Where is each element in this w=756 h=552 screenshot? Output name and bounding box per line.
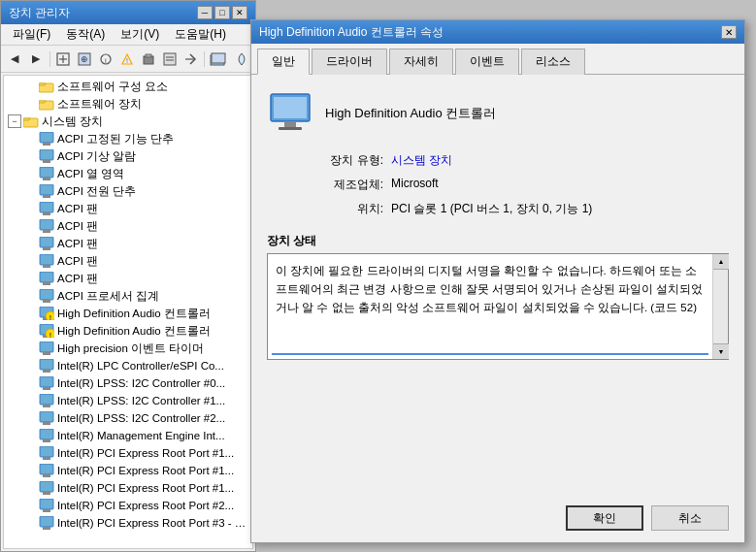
tab-resources[interactable]: 리소스	[521, 49, 585, 75]
scroll-track	[713, 270, 728, 343]
expand-icon[interactable]: −	[8, 114, 21, 128]
tree-item-acpi-power[interactable]: ACPI 전원 단추	[4, 182, 252, 200]
tree-item-intel-lpss-3[interactable]: Intel(R) LPSS: I2C Controller #2...	[4, 409, 252, 427]
tree-label: Intel(R) LPSS: I2C Controller #2...	[57, 412, 225, 424]
toolbar-back[interactable]: ◀	[5, 49, 24, 70]
tree-item-software-devices[interactable]: 소프트웨어 장치	[4, 95, 252, 113]
tree-item-acpi-processor[interactable]: ACPI 프로세서 집계	[4, 287, 252, 305]
toolbar-btn-8[interactable]	[209, 49, 230, 70]
svg-rect-37	[40, 289, 53, 300]
svg-rect-55	[40, 411, 53, 422]
tree-item-acpi-wake[interactable]: ACPI 기상 알람	[4, 147, 252, 165]
tree-item-hda-1[interactable]: ! High Definition Audio 컨트롤러	[4, 305, 252, 322]
svg-rect-38	[43, 300, 50, 303]
tree-label: Intel(R) PCI Express Root Port #1...	[57, 447, 234, 459]
tree-item-intel-lpc[interactable]: Intel(R) LPC Controller/eSPI Co...	[4, 357, 252, 374]
device-manager-titlebar: 장치 관리자 ─ □ ✕	[1, 1, 255, 24]
menu-action[interactable]: 동작(A)	[58, 24, 113, 45]
svg-rect-53	[40, 394, 53, 405]
manufacturer-label: 제조업체:	[267, 177, 383, 193]
tree-item-hda-2[interactable]: ! High Definition Audio 컨트롤러	[4, 322, 252, 340]
svg-rect-57	[40, 429, 53, 439]
toolbar-btn-2[interactable]: ⊕	[75, 49, 94, 70]
toolbar-btn-9[interactable]	[232, 49, 251, 70]
svg-rect-58	[43, 439, 50, 442]
toolbar-forward[interactable]: ▶	[26, 49, 46, 70]
tree-label: ACPI 팬	[57, 202, 98, 216]
device-tree[interactable]: 소프트웨어 구성 요소 소프트웨어 장치 − 시스템 장치 ACPI 고정된 기…	[3, 75, 253, 549]
svg-rect-28	[43, 212, 50, 215]
svg-rect-66	[43, 509, 50, 512]
device-icon	[39, 445, 54, 461]
tree-item-acpi-fan-1[interactable]: ACPI 팬	[4, 200, 252, 217]
toolbar-btn-1[interactable]	[54, 49, 74, 70]
toolbar-separator-1	[49, 51, 50, 67]
svg-rect-47	[40, 341, 53, 352]
tree-label: ACPI 기상 알람	[57, 149, 136, 164]
svg-rect-64	[43, 492, 50, 495]
tree-label: 시스템 장치	[42, 114, 103, 129]
toolbar-btn-4[interactable]: !	[117, 49, 137, 70]
scroll-down-button[interactable]: ▼	[713, 343, 729, 359]
tree-label: ACPI 팬	[57, 272, 98, 286]
svg-rect-49	[40, 359, 53, 370]
tree-item-hpet[interactable]: High precision 이벤트 타이머	[4, 340, 252, 357]
tab-general[interactable]: 일반	[257, 49, 310, 75]
device-icon	[39, 218, 54, 234]
device-icon	[39, 428, 54, 443]
tree-item-system-devices[interactable]: − 시스템 장치	[4, 113, 252, 130]
tree-item-intel-pcie-2[interactable]: Intel(R) PCI Express Root Port #1...	[4, 462, 252, 479]
tree-item-intel-lpss-2[interactable]: Intel(R) LPSS: I2C Controller #1...	[4, 392, 252, 409]
minimize-button[interactable]: ─	[197, 6, 213, 19]
dialog-close-button[interactable]: ✕	[721, 25, 737, 39]
toolbar-btn-3[interactable]: i	[96, 49, 115, 70]
svg-text:!: !	[49, 314, 51, 321]
scrollbar[interactable]: ▲ ▼	[712, 254, 728, 359]
tree-item-acpi-fan-2[interactable]: ACPI 팬	[4, 217, 252, 235]
svg-rect-61	[40, 464, 53, 474]
status-blue-line	[272, 353, 708, 355]
svg-rect-54	[43, 405, 50, 407]
tree-label: ACPI 팬	[57, 254, 98, 269]
tree-label: Intel(R) LPSS: I2C Controller #1...	[57, 395, 225, 406]
tab-events[interactable]: 이벤트	[455, 49, 519, 75]
svg-text:!: !	[126, 57, 128, 64]
tab-details[interactable]: 자세히	[389, 49, 453, 75]
toolbar-btn-6[interactable]	[160, 49, 180, 70]
maximize-button[interactable]: □	[214, 6, 230, 19]
tree-item-intel-pcie-3[interactable]: Intel(R) PCI Express Root Port #1...	[4, 479, 252, 497]
svg-text:⊕: ⊕	[81, 54, 88, 64]
menu-view[interactable]: 보기(V)	[113, 24, 167, 45]
ok-button[interactable]: 확인	[566, 505, 643, 531]
scroll-up-button[interactable]: ▲	[713, 254, 729, 270]
tree-item-acpi-thermal[interactable]: ACPI 열 영역	[4, 165, 252, 182]
device-icon	[39, 498, 54, 513]
toolbar-separator-2	[204, 51, 205, 67]
tree-item-intel-pcie-4[interactable]: Intel(R) PCI Express Root Port #2...	[4, 497, 252, 514]
cancel-button[interactable]: 취소	[651, 505, 729, 531]
device-icon	[39, 253, 54, 269]
svg-rect-27	[40, 202, 53, 212]
device-warning-icon: !	[39, 306, 54, 321]
location-value: PCI 슬롯 1 (PCI 버스 1, 장치 0, 기능 1)	[391, 201, 729, 217]
menu-help[interactable]: 도움말(H)	[167, 24, 234, 45]
svg-rect-32	[43, 247, 50, 250]
tree-item-intel-me[interactable]: Intel(R) Management Engine Int...	[4, 427, 252, 444]
tree-label: High Definition Audio 컨트롤러	[57, 307, 211, 321]
tree-item-intel-pcie-5[interactable]: Intel(R) PCI Express Root Port #3 - 7ABA	[4, 514, 252, 532]
tree-item-acpi-fan-5[interactable]: ACPI 팬	[4, 270, 252, 287]
tree-item-intel-pcie-1[interactable]: Intel(R) PCI Express Root Port #1...	[4, 444, 252, 462]
close-button[interactable]: ✕	[232, 6, 247, 19]
svg-rect-70	[274, 97, 307, 118]
device-icon	[39, 236, 54, 251]
tree-item-acpi-fixed[interactable]: ACPI 고정된 기능 단추	[4, 130, 252, 147]
toolbar-btn-5[interactable]	[139, 49, 158, 70]
tree-item-intel-lpss-1[interactable]: Intel(R) LPSS: I2C Controller #0...	[4, 374, 252, 392]
tree-item-acpi-fan-3[interactable]: ACPI 팬	[4, 235, 252, 252]
menu-file[interactable]: 파일(F)	[5, 24, 58, 45]
toolbar-btn-7[interactable]	[181, 49, 201, 70]
tab-driver[interactable]: 드라이버	[312, 49, 387, 75]
status-text-container: 이 장치에 필요한 드라이버의 디지털 서명을 확인할 수 없습니다. 하드웨어…	[267, 253, 729, 360]
tree-item-software-components[interactable]: 소프트웨어 구성 요소	[4, 78, 252, 95]
tree-item-acpi-fan-4[interactable]: ACPI 팬	[4, 252, 252, 270]
